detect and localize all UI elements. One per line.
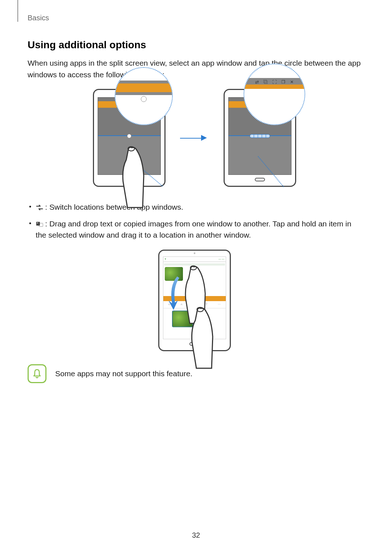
section-heading: Using additional options	[28, 39, 362, 51]
svg-rect-1	[36, 222, 40, 226]
bullet-marker: •	[29, 201, 31, 213]
page-number: 32	[192, 531, 200, 539]
magnifier-pane	[115, 81, 172, 95]
close-icon: ✕	[289, 79, 294, 85]
camera-icon	[194, 253, 195, 254]
figure-left-wrapper	[93, 89, 166, 187]
popup-window-icon: ❐	[281, 79, 286, 85]
list-item: • : Drag and drop text or copied images …	[28, 218, 362, 241]
magnifier-callout-before	[115, 67, 173, 125]
figure-drag-wrapper: ▾— — ⎌⎌✎T⋯	[158, 250, 231, 351]
finger-pointer-icon	[184, 304, 220, 369]
figure-drag-drop: ▾— — ⎌⎌✎T⋯	[28, 250, 362, 351]
switch-text: : Switch locations between app windows.	[45, 203, 183, 211]
figure-split-options: ⇄ ⿻ ⛶ ❐ ✕	[28, 89, 362, 187]
drag-drop-icon	[36, 221, 44, 227]
list-item: • : Switch locations between app windows…	[28, 201, 362, 213]
page-content: Using additional options When using apps…	[28, 39, 362, 383]
figure-right-wrapper: ⇄ ⿻ ⛶ ❐ ✕	[224, 89, 296, 187]
magnifier-callout-after: ⇄ ⿻ ⛶ ❐ ✕	[244, 63, 305, 125]
magnified-divider-handle	[141, 96, 147, 102]
list-item-content: : Drag and drop text or copied images fr…	[36, 218, 362, 241]
magnified-header	[115, 83, 172, 92]
breadcrumb: Basics	[28, 14, 49, 22]
copy-content-icon: ⿻	[263, 79, 268, 85]
swap-icon: ⇄	[254, 79, 260, 85]
maximize-icon: ⛶	[272, 79, 277, 85]
switch-windows-icon	[36, 204, 44, 211]
split-options-toolbar	[250, 134, 270, 138]
split-divider-handle	[127, 134, 131, 138]
options-list: • : Switch locations between app windows…	[28, 201, 362, 241]
magnified-header-after	[244, 85, 305, 89]
split-toolbar-icons: ⇄ ⿻ ⛶ ❐ ✕	[244, 79, 305, 85]
bullet-marker: •	[29, 218, 31, 229]
home-button-icon	[255, 178, 265, 181]
page-margin-marker	[17, 0, 18, 22]
list-item-content: : Switch locations between app windows.	[36, 201, 183, 213]
home-button-icon	[124, 178, 134, 181]
notification-bell-icon	[28, 364, 46, 383]
drag-text: : Drag and drop text or copied images fr…	[36, 219, 351, 239]
app-header-row: ▾— —	[163, 257, 226, 262]
note-text: Some apps may not support this feature.	[55, 369, 192, 378]
intro-paragraph: When using apps in the split screen view…	[28, 57, 362, 80]
